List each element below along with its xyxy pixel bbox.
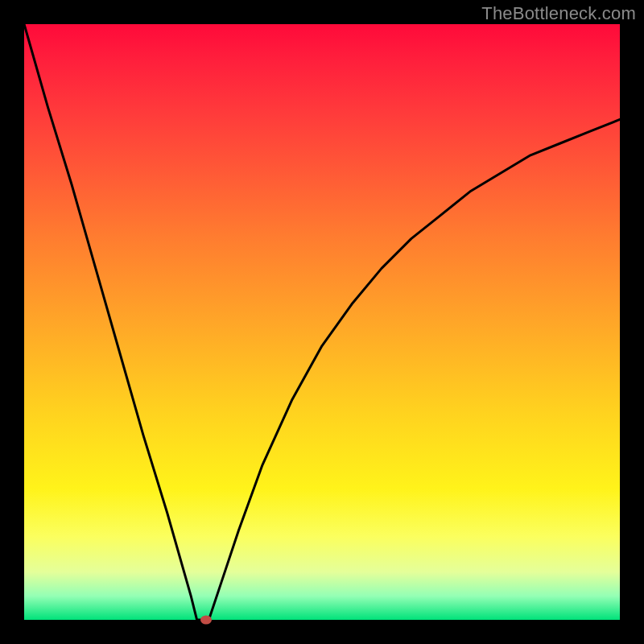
curve-path <box>24 24 620 620</box>
watermark-text: TheBottleneck.com <box>481 3 636 24</box>
plot-area <box>24 24 620 620</box>
optimal-point-marker <box>200 616 212 625</box>
chart-frame: TheBottleneck.com <box>0 0 644 644</box>
bottleneck-curve <box>24 24 620 620</box>
